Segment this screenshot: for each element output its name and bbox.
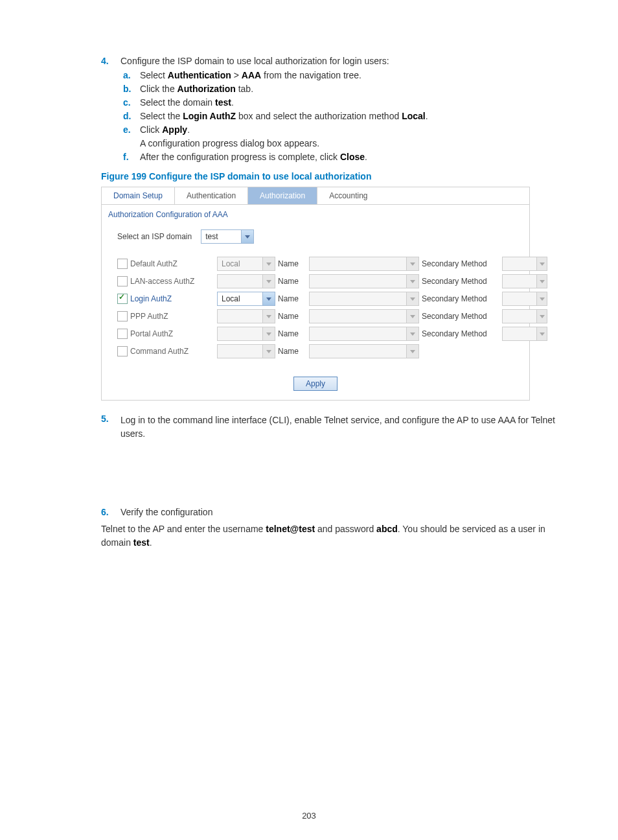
authz-row-label: PPP AuthZ: [130, 312, 168, 321]
chevron-down-icon: [262, 292, 275, 305]
name-select: [309, 309, 419, 323]
authz-row-label: LAN-access AuthZ: [130, 277, 194, 286]
secondary-method-select: [502, 292, 547, 306]
authz-row: Command AuthZName: [117, 344, 514, 359]
authz-checkbox-command-authz[interactable]: Command AuthZ: [117, 346, 214, 356]
step-4e-text: Click Apply.: [140, 124, 566, 135]
verify-paragraph: Telnet to the AP and enter the username …: [101, 522, 566, 550]
secondary-method-select: [502, 274, 547, 288]
secondary-method-label: Secondary Method: [422, 259, 499, 268]
tab-authorization[interactable]: Authorization: [248, 187, 317, 204]
authz-row: PPP AuthZNameSecondary Method: [117, 309, 514, 324]
name-select: [309, 327, 419, 341]
name-column-label: Name: [278, 347, 306, 356]
chevron-down-icon: [262, 310, 275, 323]
checkbox-icon: [117, 294, 128, 304]
step-4f-num: f.: [123, 152, 140, 162]
name-column-label: Name: [278, 259, 306, 268]
chevron-down-icon: [406, 257, 418, 270]
chevron-down-icon: [406, 275, 418, 288]
authz-row: Login AuthZLocalNameSecondary Method: [117, 291, 514, 307]
tab-accounting[interactable]: Accounting: [317, 187, 379, 204]
chevron-down-icon: [262, 275, 275, 288]
chevron-down-icon: [262, 345, 275, 358]
secondary-method-select: [502, 309, 547, 323]
chevron-down-icon: [536, 310, 547, 323]
step-4e-extra: A configuration progress dialog box appe…: [140, 138, 566, 148]
chevron-down-icon: [536, 327, 547, 340]
step-4a-text: Select Authentication > AAA from the nav…: [140, 70, 566, 80]
step-4c-num: c.: [123, 97, 140, 108]
step-4d-num: d.: [123, 111, 140, 121]
step-6-number: 6.: [101, 507, 120, 517]
select-isp-label: Select an ISP domain: [117, 232, 192, 241]
chevron-down-icon: [262, 257, 275, 270]
secondary-method-label: Secondary Method: [422, 277, 499, 286]
method-select: Local: [217, 257, 275, 271]
method-select: [217, 274, 275, 288]
chevron-down-icon: [241, 230, 253, 243]
isp-domain-select[interactable]: test: [201, 229, 254, 244]
name-column-label: Name: [278, 329, 306, 338]
authz-row-label: Portal AuthZ: [130, 329, 173, 338]
secondary-method-label: Secondary Method: [422, 329, 499, 338]
step-4a-num: a.: [123, 70, 140, 80]
authz-row: Portal AuthZNameSecondary Method: [117, 326, 514, 342]
authz-row: Default AuthZLocalNameSecondary Method: [117, 256, 514, 272]
chevron-down-icon: [536, 257, 547, 270]
authz-row-label: Default AuthZ: [130, 259, 177, 268]
step-4d-text: Select the Login AuthZ box and select th…: [140, 111, 566, 121]
step-4c-text: Select the domain test.: [140, 97, 566, 108]
step-4-text: Configure the ISP domain to use local au…: [120, 56, 389, 66]
chevron-down-icon: [406, 310, 418, 323]
authorization-config-screenshot: Domain Setup Authentication Authorizatio…: [101, 187, 530, 401]
chevron-down-icon: [536, 275, 547, 288]
secondary-method-select: [502, 327, 547, 341]
checkbox-icon: [117, 311, 128, 321]
apply-button[interactable]: Apply: [293, 377, 338, 391]
name-column-label: Name: [278, 277, 306, 286]
method-select: [217, 309, 275, 323]
checkbox-icon: [117, 346, 128, 356]
checkbox-icon: [117, 329, 128, 339]
name-column-label: Name: [278, 312, 306, 321]
figure-199-caption: Figure 199 Configure the ISP domain to u…: [101, 171, 566, 181]
page-number: 203: [0, 811, 618, 821]
method-select: [217, 327, 275, 341]
step-4f-text: After the configuration progress is comp…: [140, 152, 566, 162]
secondary-method-label: Secondary Method: [422, 294, 499, 303]
name-column-label: Name: [278, 294, 306, 303]
step-4b-num: b.: [123, 84, 140, 94]
method-value: Local: [218, 259, 262, 268]
chevron-down-icon: [262, 327, 275, 340]
method-select[interactable]: Local: [217, 292, 275, 306]
authz-checkbox-portal-authz[interactable]: Portal AuthZ: [117, 329, 214, 339]
authz-row: LAN-access AuthZNameSecondary Method: [117, 274, 514, 289]
tab-domain-setup[interactable]: Domain Setup: [102, 187, 175, 204]
secondary-method-label: Secondary Method: [422, 312, 499, 321]
method-select: [217, 344, 275, 358]
name-select: [309, 344, 419, 358]
secondary-method-select: [502, 257, 547, 271]
step-5-number: 5.: [101, 414, 120, 441]
checkbox-icon: [117, 276, 128, 286]
chevron-down-icon: [406, 292, 418, 305]
chevron-down-icon: [406, 345, 418, 358]
authz-checkbox-ppp-authz[interactable]: PPP AuthZ: [117, 311, 214, 321]
section-title: Authorization Configuration of AAA: [102, 205, 529, 222]
tab-bar: Domain Setup Authentication Authorizatio…: [102, 187, 529, 205]
method-value: Local: [218, 294, 262, 303]
chevron-down-icon: [406, 327, 418, 340]
step-4b-text: Click the Authorization tab.: [140, 84, 566, 94]
authz-checkbox-lan-access-authz[interactable]: LAN-access AuthZ: [117, 276, 214, 286]
tab-authentication[interactable]: Authentication: [175, 187, 248, 204]
step-5-text: Log in to the command line interface (CL…: [120, 414, 566, 441]
authz-checkbox-default-authz[interactable]: Default AuthZ: [117, 259, 214, 269]
step-4e-num: e.: [123, 124, 140, 135]
authz-checkbox-login-authz[interactable]: Login AuthZ: [117, 294, 214, 304]
step-6-text: Verify the configuration: [120, 507, 212, 517]
authz-row-label: Login AuthZ: [130, 294, 172, 303]
name-select: [309, 292, 419, 306]
authz-row-label: Command AuthZ: [130, 347, 189, 356]
step-4-number: 4.: [101, 56, 120, 66]
